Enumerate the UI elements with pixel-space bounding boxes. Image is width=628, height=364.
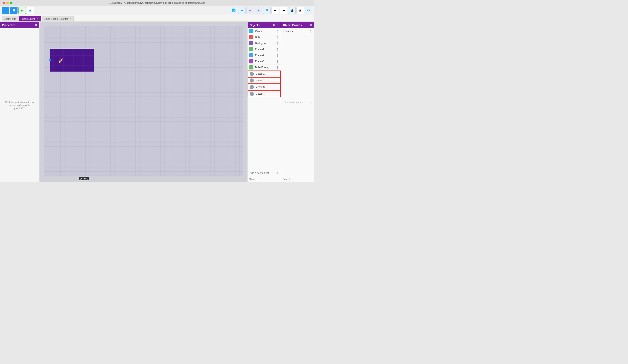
- properties-title: Properties: [2, 23, 15, 27]
- undo-button[interactable]: ↩: [272, 7, 279, 14]
- canvas-top-line: [44, 30, 243, 30]
- object-icon-meteor3: [250, 85, 254, 89]
- object-name-enemy3: Enemy3: [255, 60, 274, 63]
- canvas-scene[interactable]: 🚀: [50, 49, 94, 71]
- objects-list: Player⋮Bullet⋮Background⋮Enemy1⋮Enemy2⋮E…: [247, 28, 281, 170]
- object-item-enemy3[interactable]: Enemy3⋮: [247, 59, 281, 64]
- platform-button[interactable]: ⊟: [27, 7, 34, 14]
- globe-button[interactable]: 🌐: [230, 7, 237, 14]
- add-group-plus-icon[interactable]: +: [310, 101, 312, 104]
- objects-header: Objects ⚙ ✕: [247, 22, 281, 28]
- object-icon-enemy3: [249, 59, 253, 63]
- object-name-meteor4: Meteor4: [255, 92, 274, 95]
- properties-hint: Click on an instance in the scene to dis…: [0, 28, 39, 182]
- tab-base-scene-events-close[interactable]: ✕: [69, 17, 71, 20]
- object-item-meteor1[interactable]: Meteor1⋮: [247, 70, 281, 77]
- object-menu-meteor4[interactable]: ⋮: [276, 92, 279, 95]
- object-icon-meteor4: [250, 92, 254, 96]
- object-name-enemy1: Enemy1: [255, 48, 274, 51]
- play-button[interactable]: ▶: [18, 7, 26, 14]
- properties-close-button[interactable]: ✕: [35, 23, 37, 27]
- object-menu-bulletenemy[interactable]: ⋮: [276, 66, 279, 69]
- groups-header: Object Groups ✕: [281, 22, 314, 28]
- object-name-bullet: Bullet: [255, 36, 274, 39]
- groups-close-icon[interactable]: ✕: [310, 23, 312, 27]
- resize-handle[interactable]: [49, 59, 51, 61]
- object-name-meteor1: Meteor1: [255, 72, 274, 75]
- object-menu-player[interactable]: ⋮: [276, 30, 279, 33]
- toolbar: ☰ ▶ ⊟ 🌐 ↔ ✏ ≡ ⧉ ↩ ↪ 🖨 ⊞ 1:1: [0, 6, 314, 15]
- object-item-meteor4[interactable]: Meteor4⋮: [247, 90, 281, 97]
- groups-search-input[interactable]: [283, 178, 314, 181]
- object-name-meteor2: Meteor2: [255, 79, 274, 82]
- group-item-enemies[interactable]: Enemies⋮: [281, 28, 314, 34]
- object-item-bulletenemy[interactable]: BulletEnemy⋮: [247, 64, 281, 70]
- object-menu-background[interactable]: ⋮: [276, 42, 279, 45]
- object-menu-enemy3[interactable]: ⋮: [276, 60, 279, 63]
- add-object-plus-icon[interactable]: +: [277, 171, 279, 175]
- close-traffic-light[interactable]: [2, 2, 5, 4]
- object-item-player[interactable]: Player⋮: [247, 28, 281, 34]
- object-name-player: Player: [255, 30, 274, 33]
- objects-panel: Objects ⚙ ✕ Player⋮Bullet⋮Background⋮Ene…: [247, 22, 281, 182]
- objects-search-input[interactable]: [249, 178, 280, 181]
- object-icon-bullet: [249, 35, 253, 39]
- layers-button[interactable]: ⧉: [263, 7, 271, 14]
- object-item-enemy2[interactable]: Enemy2⋮: [247, 53, 281, 59]
- objects-search-bar: 🔍: [247, 176, 281, 182]
- object-menu-meteor1[interactable]: ⋮: [276, 72, 279, 75]
- group-menu-enemies[interactable]: ⋮: [309, 30, 312, 33]
- traffic-lights: [2, 2, 12, 4]
- object-item-bullet[interactable]: Bullet⋮: [247, 34, 281, 40]
- main-layout: Properties ✕ Click on an instance in the…: [0, 22, 314, 182]
- objects-header-icons: ⚙ ✕: [273, 23, 279, 27]
- add-object-button[interactable]: Add a new object +: [247, 170, 281, 176]
- object-menu-enemy1[interactable]: ⋮: [276, 48, 279, 51]
- tabs-bar: Start Page Base Scene ✕ Base Scene (Even…: [0, 15, 314, 22]
- maximize-traffic-light[interactable]: [10, 2, 12, 4]
- tab-base-scene-events[interactable]: Base Scene (Events) ✕: [42, 16, 74, 21]
- player-instance[interactable]: 🚀: [58, 58, 63, 63]
- group-name-enemies: Enemies: [283, 30, 293, 33]
- zoom-button[interactable]: 1:1: [305, 7, 312, 14]
- events-panel-toggle[interactable]: ☰: [10, 7, 17, 14]
- toolbar-left: ☰ ▶ ⊟: [2, 7, 229, 14]
- object-item-meteor3[interactable]: Meteor3⋮: [247, 84, 281, 90]
- object-menu-meteor2[interactable]: ⋮: [276, 79, 279, 82]
- minimize-traffic-light[interactable]: [6, 2, 9, 4]
- object-name-bulletenemy: BulletEnemy: [255, 66, 274, 69]
- object-icon-player: [249, 29, 253, 33]
- canvas-area[interactable]: 🚀 153;501: [40, 22, 247, 182]
- tab-base-scene-close[interactable]: ✕: [37, 17, 39, 20]
- grid-button[interactable]: ⊞: [297, 7, 304, 14]
- object-menu-meteor3[interactable]: ⋮: [276, 85, 279, 89]
- object-item-background[interactable]: Background⋮: [247, 40, 281, 46]
- groups-empty-space: [281, 106, 314, 176]
- object-name-enemy2: Enemy2: [255, 54, 274, 57]
- groups-header-icons: ✕: [310, 23, 312, 27]
- object-item-enemy1[interactable]: Enemy1⋮: [247, 46, 281, 53]
- edit-button[interactable]: ✏: [246, 7, 254, 14]
- objects-filter-icon[interactable]: ⚙: [273, 23, 275, 27]
- groups-list: Enemies⋮: [281, 28, 314, 99]
- groups-title: Object Groups: [283, 23, 302, 27]
- object-icon-enemy1: [249, 47, 253, 51]
- export-button[interactable]: 🖨: [288, 7, 296, 14]
- list-button[interactable]: ≡: [255, 7, 262, 14]
- object-menu-bullet[interactable]: ⋮: [276, 36, 279, 39]
- object-icon-enemy2: [249, 53, 253, 58]
- tab-base-scene[interactable]: Base Scene ✕: [19, 16, 41, 21]
- add-group-button[interactable]: Click to add a group +: [281, 99, 314, 106]
- object-menu-enemy2[interactable]: ⋮: [276, 54, 279, 57]
- object-icon-bulletenemy: [249, 65, 253, 69]
- groups-panel: Object Groups ✕ Enemies⋮ Click to add a …: [281, 22, 314, 182]
- objects-close-icon[interactable]: ✕: [276, 23, 279, 27]
- object-item-meteor2[interactable]: Meteor2⋮: [247, 77, 281, 84]
- transform-button[interactable]: ↔: [238, 7, 246, 14]
- objects-panel-toggle[interactable]: [2, 7, 9, 14]
- title-bar: GDevelop 5 - /Users/dkarakay/Documents/G…: [0, 0, 314, 6]
- scene-content: 🚀: [50, 49, 94, 71]
- tab-start-page[interactable]: Start Page: [2, 16, 19, 21]
- redo-button[interactable]: ↪: [280, 7, 287, 14]
- groups-search-bar: 🔍: [281, 176, 314, 182]
